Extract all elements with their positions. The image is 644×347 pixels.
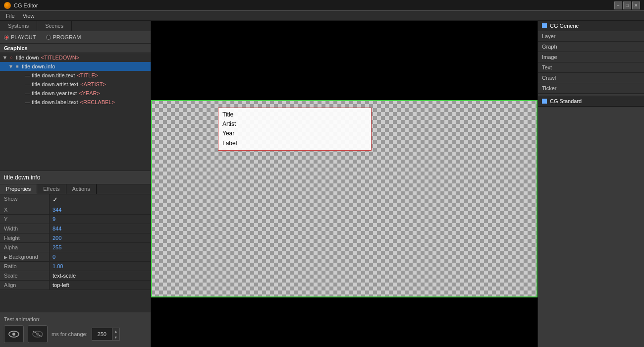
right-panel: CG Generic Layer Graph Image Text Crawl … bbox=[537, 21, 644, 347]
rp-cg-standard-header: CG Standard bbox=[538, 96, 644, 107]
rp-item-crawl[interactable]: Crawl bbox=[538, 73, 644, 83]
svg-point-4 bbox=[36, 333, 39, 336]
subtab-properties[interactable]: Properties bbox=[0, 184, 37, 194]
menu-bar: File View bbox=[0, 11, 644, 21]
title-bar-controls: − □ ✕ bbox=[614, 1, 640, 9]
prop-ratio: Ratio 1.00 bbox=[0, 262, 151, 271]
radio-program[interactable]: PROGRAM bbox=[46, 34, 81, 40]
rp-item-graph[interactable]: Graph bbox=[538, 42, 644, 52]
properties-panel: Show ✓ X 344 Y 9 Width 844 Height 200 bbox=[0, 194, 151, 312]
ms-input-wrap: ▲ ▼ bbox=[92, 328, 120, 341]
main-tab-row: Systems Scenes bbox=[0, 21, 151, 31]
rp-item-ticker[interactable]: Ticker bbox=[538, 83, 644, 94]
prop-height: Height 200 bbox=[0, 233, 151, 243]
tree-item-artist-text[interactable]: — title.down.artist.text <ARTIST> bbox=[0, 80, 151, 89]
prop-alpha: Alpha 255 bbox=[0, 243, 151, 252]
tree-icon-3: — bbox=[24, 72, 31, 79]
tree-icon-6: — bbox=[24, 99, 31, 106]
app-title: CG Editor bbox=[14, 2, 38, 8]
minimize-button[interactable]: − bbox=[614, 1, 622, 9]
ms-spin-up[interactable]: ▲ bbox=[112, 328, 119, 334]
menu-file[interactable]: File bbox=[2, 11, 19, 21]
rp-item-text[interactable]: Text bbox=[538, 62, 644, 73]
ms-label: ms for change: bbox=[52, 331, 88, 337]
subtab-effects[interactable]: Effects bbox=[37, 184, 66, 194]
canvas-info-box: Title Artist Year Label bbox=[218, 108, 372, 151]
canvas-line-year: Year bbox=[222, 129, 367, 138]
radio-playout[interactable]: PLAYOUT bbox=[4, 34, 36, 40]
tree-item-label-text[interactable]: — title.down.label.text <RECLABEL> bbox=[0, 98, 151, 107]
tree-icon-1: ○ bbox=[8, 54, 15, 61]
canvas-area: Title Artist Year Label bbox=[151, 21, 537, 347]
tree-icon-4: — bbox=[24, 81, 31, 88]
prop-background: ▶ Background 0 bbox=[0, 252, 151, 262]
rp-item-layer[interactable]: Layer bbox=[538, 31, 644, 42]
maximize-button[interactable]: □ bbox=[623, 1, 631, 9]
canvas-main: Title Artist Year Label bbox=[151, 100, 537, 297]
tree-arrow-2: ▼ bbox=[8, 63, 14, 69]
rp-cg-generic-header: CG Generic bbox=[538, 21, 644, 31]
prop-align: Align top-left bbox=[0, 281, 151, 290]
tree-item-titledown[interactable]: ▼ ○ title.down <TITLEDOWN> bbox=[0, 53, 151, 62]
canvas-line-label: Label bbox=[222, 139, 367, 148]
prop-show: Show ✓ bbox=[0, 194, 151, 205]
prop-scale: Scale text-scale bbox=[0, 271, 151, 281]
tree-icon-5: — bbox=[24, 90, 31, 97]
rp-cg-standard-label: CG Standard bbox=[550, 98, 582, 104]
selected-item-label: title.down.info bbox=[0, 171, 151, 184]
tree-item-year-text[interactable]: — title.down.year.text <YEAR> bbox=[0, 89, 151, 98]
radio-playout-dot bbox=[4, 35, 9, 40]
menu-view[interactable]: View bbox=[19, 11, 39, 21]
app-icon bbox=[4, 2, 11, 9]
canvas-line-title: Title bbox=[222, 110, 367, 119]
ms-spin-down[interactable]: ▼ bbox=[112, 334, 119, 340]
tree-icon-2: ■ bbox=[14, 63, 21, 70]
canvas-black-top bbox=[151, 21, 537, 100]
app-body: Systems Scenes PLAYOUT PROGRAM Graphics … bbox=[0, 21, 644, 347]
prop-y: Y 9 bbox=[0, 215, 151, 224]
test-anim-label: Test animation: bbox=[4, 316, 147, 322]
close-button[interactable]: ✕ bbox=[632, 1, 640, 9]
rp-cg-generic-icon bbox=[542, 23, 547, 28]
canvas-line-artist: Artist bbox=[222, 119, 367, 129]
radio-program-dot bbox=[46, 35, 51, 40]
preview-off-button[interactable] bbox=[28, 325, 48, 343]
sub-tab-row: Properties Effects Actions bbox=[0, 184, 151, 194]
tree-container[interactable]: ▼ ○ title.down <TITLEDOWN> ▼ ■ title.dow… bbox=[0, 53, 151, 171]
tree-item-title-text[interactable]: — title.down.title.text <TITLE> bbox=[0, 71, 151, 80]
svg-point-1 bbox=[12, 333, 15, 336]
left-panel: Systems Scenes PLAYOUT PROGRAM Graphics … bbox=[0, 21, 151, 347]
prop-x: X 344 bbox=[0, 205, 151, 215]
rp-cg-standard-icon bbox=[542, 99, 547, 104]
radio-row: PLAYOUT PROGRAM bbox=[0, 31, 151, 44]
preview-on-button[interactable] bbox=[4, 325, 24, 343]
ms-input[interactable] bbox=[92, 328, 112, 340]
tree-item-info[interactable]: ▼ ■ title.down.info bbox=[0, 62, 151, 71]
canvas-black-bottom bbox=[151, 297, 537, 347]
rp-item-image[interactable]: Image bbox=[538, 52, 644, 62]
prop-width: Width 844 bbox=[0, 224, 151, 233]
test-animation-section: Test animation: ms for bbox=[0, 312, 151, 347]
ms-spinners: ▲ ▼ bbox=[112, 328, 119, 340]
graphics-section-label: Graphics bbox=[0, 44, 151, 53]
title-bar: CG Editor − □ ✕ bbox=[0, 0, 644, 11]
tree-arrow-1: ▼ bbox=[2, 55, 8, 60]
subtab-actions[interactable]: Actions bbox=[66, 184, 97, 194]
anim-controls: ms for change: ▲ ▼ bbox=[4, 325, 147, 343]
tab-systems[interactable]: Systems bbox=[0, 21, 37, 31]
tab-scenes[interactable]: Scenes bbox=[37, 21, 72, 31]
rp-cg-generic-label: CG Generic bbox=[550, 23, 579, 29]
